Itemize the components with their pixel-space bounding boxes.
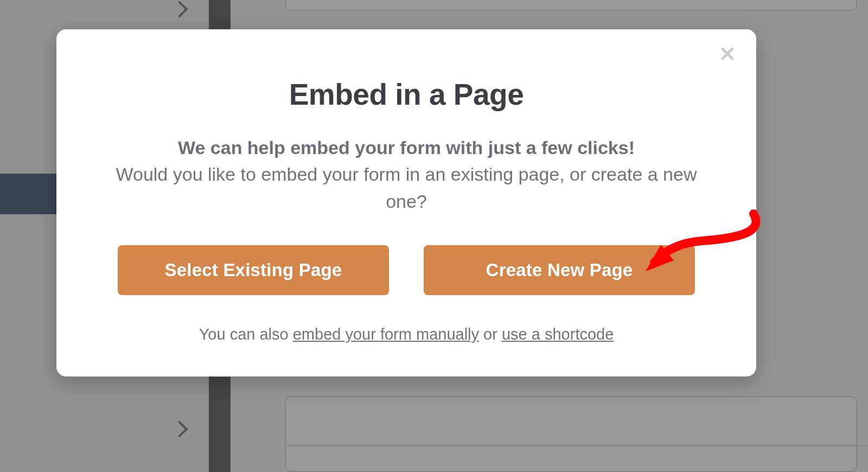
- create-new-page-button[interactable]: Create New Page: [424, 245, 695, 295]
- embed-manually-link[interactable]: embed your form manually: [293, 326, 479, 343]
- modal-footer: You can also embed your form manually or…: [94, 326, 718, 343]
- modal-lead: We can help embed your form with just a …: [94, 135, 718, 215]
- footer-mid: or: [479, 326, 502, 343]
- use-shortcode-link[interactable]: use a shortcode: [502, 326, 614, 343]
- footer-prefix: You can also: [199, 326, 293, 343]
- close-button[interactable]: [717, 44, 738, 65]
- modal-lead-strong: We can help embed your form with just a …: [178, 137, 635, 158]
- select-existing-page-button[interactable]: Select Existing Page: [118, 245, 389, 295]
- modal-lead-question: Would you like to embed your form in an …: [116, 164, 697, 211]
- close-icon: [719, 46, 736, 64]
- modal-button-row: Select Existing Page Create New Page: [94, 245, 718, 295]
- embed-modal: Embed in a Page We can help embed your f…: [56, 29, 756, 377]
- modal-title: Embed in a Page: [94, 77, 718, 112]
